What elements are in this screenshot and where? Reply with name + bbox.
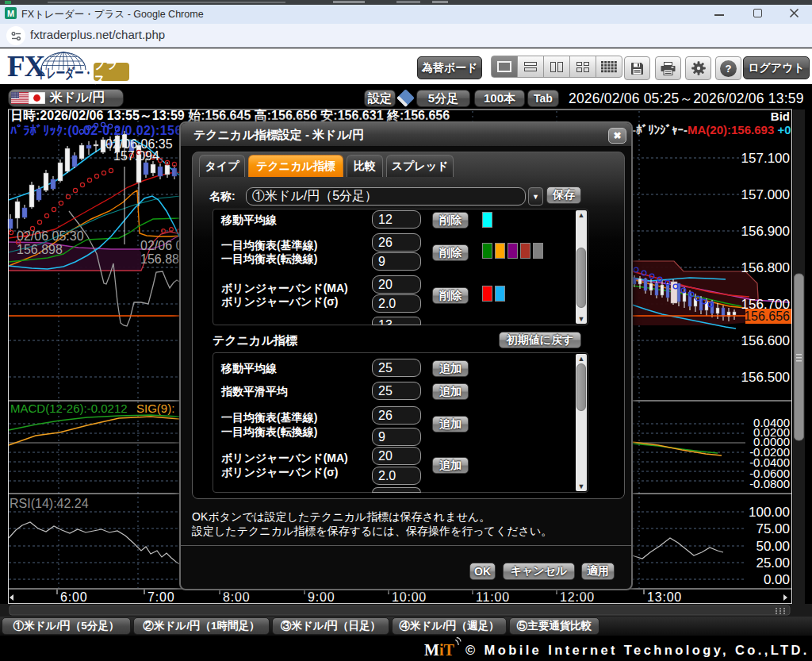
svg-text:0.00: 0.00	[764, 572, 790, 587]
svg-text:12:00: 12:00	[560, 590, 595, 604]
svg-text:SIG(9):: SIG(9):	[136, 402, 174, 415]
svg-text:50.00: 50.00	[756, 539, 790, 554]
svg-text:02/06 0: 02/06 0	[140, 239, 182, 252]
svg-text:日時:2026/02/06 13:55～13:59 始:15: 日時:2026/02/06 13:55～13:59 始:156.645 高:15…	[10, 109, 450, 122]
svg-text:25.00: 25.00	[756, 555, 790, 571]
svg-text:156.700: 156.700	[741, 297, 790, 312]
svg-text:156.898: 156.898	[17, 243, 63, 256]
svg-text:13:00: 13:00	[647, 590, 682, 604]
svg-text:10:00: 10:00	[392, 590, 427, 604]
svg-text:157.000: 157.000	[741, 187, 790, 202]
svg-text:RSI(14):42.24: RSI(14):42.24	[10, 497, 89, 510]
svg-text:MACD(12-26):-0.0212: MACD(12-26):-0.0212	[10, 402, 128, 415]
svg-text:157.094: 157.094	[113, 149, 159, 163]
svg-text:02/06 05:30: 02/06 05:30	[17, 229, 84, 243]
svg-text:100.00: 100.00	[749, 505, 790, 520]
svg-text:Bid: Bid	[771, 110, 790, 123]
svg-text:156.600: 156.600	[741, 333, 790, 348]
svg-text:156.800: 156.800	[741, 260, 790, 275]
svg-text:157.100: 157.100	[741, 151, 790, 166]
svg-text:6:00: 6:00	[60, 590, 87, 604]
svg-text:7:00: 7:00	[147, 590, 174, 604]
svg-text:-0.0800: -0.0800	[749, 477, 790, 490]
svg-text:75.00: 75.00	[756, 521, 790, 536]
svg-text:ﾊﾟﾗﾎﾞﾘｯｸ:(0.02-0.2/0.02):156.6: ﾊﾟﾗﾎﾞﾘｯｸ:(0.02-0.2/0.02):156.6	[10, 124, 193, 137]
svg-text:8:00: 8:00	[223, 590, 250, 604]
svg-text:156.900: 156.900	[741, 224, 790, 239]
svg-text:11:00: 11:00	[476, 590, 510, 604]
svg-text:156.88: 156.88	[140, 252, 179, 266]
svg-text:156.500: 156.500	[741, 370, 790, 385]
svg-text:-ﾎﾞﾘﾝｼﾞｬｰ-MA(20):156.693 +0: -ﾎﾞﾘﾝｼﾞｬｰ-MA(20):156.693 +0	[632, 123, 791, 136]
svg-text:9:00: 9:00	[308, 590, 335, 604]
